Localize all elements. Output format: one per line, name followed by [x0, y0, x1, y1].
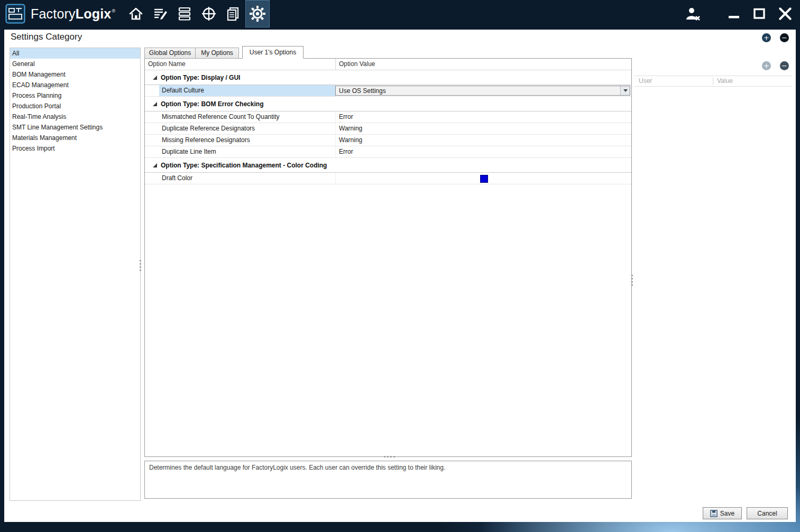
options-grid: Option Name Option Value Option Type: Di… — [144, 58, 632, 457]
option-row-draft-color[interactable]: Draft Color — [145, 173, 631, 184]
user-values-header: User Value — [635, 76, 792, 87]
cancel-button-label: Cancel — [757, 510, 777, 517]
option-value: Error — [339, 146, 353, 157]
options-tabs: Global Options My Options User 1's Optio… — [144, 46, 304, 59]
group-specification-management-color-coding[interactable]: Option Type: Specification Management - … — [145, 158, 631, 173]
option-name: Mismatched Reference Count To Quantity — [159, 111, 335, 123]
save-button-label: Save — [720, 510, 734, 517]
group-title: Option Type: Display / GUI — [161, 74, 240, 81]
sidebar-item-all[interactable]: All — [10, 48, 140, 59]
documents-button[interactable] — [221, 0, 245, 27]
option-row-duplicate-reference-designators[interactable]: Duplicate Reference Designators Warning — [145, 123, 631, 135]
options-grid-header: Option Name Option Value — [145, 59, 631, 70]
option-name: Default Culture — [159, 85, 335, 96]
add-button-top[interactable]: + — [762, 33, 771, 42]
option-value: Warning — [339, 135, 362, 146]
sidebar-item-smt-line-management-settings[interactable]: SMT Line Management Settings — [10, 122, 140, 133]
remove-user-value-button[interactable]: − — [780, 61, 789, 70]
dropdown-selected-value: Use OS Settings — [336, 87, 620, 95]
settings-button[interactable] — [245, 0, 270, 27]
group-title: Option Type: BOM Error Checking — [161, 100, 263, 108]
app-logo-icon — [5, 4, 25, 24]
option-value: Warning — [339, 123, 362, 134]
option-value: Error — [339, 111, 353, 123]
chevron-down-icon[interactable] — [620, 86, 630, 95]
app-window: FactoryLogix® — [0, 0, 800, 532]
app-title: FactoryLogix® — [31, 6, 115, 22]
add-user-value-button[interactable]: + — [762, 61, 771, 70]
main-content: Settings Category + − All General BOM Ma… — [4, 30, 796, 522]
user-logout-icon — [685, 6, 701, 22]
settings-category-list: All General BOM Management ECAD Manageme… — [10, 48, 141, 501]
option-name: Missing Reference Designators — [159, 135, 335, 146]
sidebar-item-process-planning[interactable]: Process Planning — [10, 90, 140, 101]
left-splitter[interactable] — [140, 260, 141, 271]
column-header-option-name: Option Name — [148, 59, 186, 70]
group-display-gui[interactable]: Option Type: Display / GUI — [145, 70, 631, 85]
home-button[interactable] — [124, 0, 148, 27]
npi-editor-button[interactable] — [148, 0, 172, 27]
sidebar-item-materials-management[interactable]: Materials Management — [10, 133, 140, 143]
main-toolbar — [124, 0, 270, 27]
right-splitter[interactable] — [631, 275, 633, 286]
draft-color-swatch[interactable] — [480, 175, 488, 183]
tab-user1-options[interactable]: User 1's Options — [242, 46, 304, 59]
default-culture-dropdown[interactable]: Use OS Settings — [335, 86, 630, 96]
window-controls — [685, 6, 800, 22]
group-title: Option Type: Specification Management - … — [161, 162, 327, 169]
production-icon — [201, 6, 217, 22]
materials-icon — [177, 6, 192, 22]
horizontal-splitter[interactable] — [384, 456, 395, 458]
option-name: Draft Color — [159, 173, 335, 184]
settings-category-title: Settings Category — [11, 32, 82, 42]
close-button[interactable] — [778, 6, 793, 21]
settings-gear-icon — [249, 5, 266, 22]
option-name: Duplicate Reference Designators — [159, 123, 335, 134]
materials-button[interactable] — [172, 0, 197, 27]
sidebar-item-process-import[interactable]: Process Import — [10, 143, 140, 154]
sidebar-item-ecad-management[interactable]: ECAD Management — [10, 80, 140, 90]
option-row-missing-reference-designators[interactable]: Missing Reference Designators Warning — [145, 135, 631, 146]
home-icon — [128, 6, 144, 22]
sidebar-item-real-time-analysis[interactable]: Real-Time Analysis — [10, 111, 140, 122]
maximize-icon — [752, 7, 766, 21]
documents-icon — [225, 6, 241, 22]
option-description: Determines the default language for Fact… — [144, 461, 632, 499]
titlebar: FactoryLogix® — [0, 0, 800, 27]
maximize-button[interactable] — [752, 7, 766, 21]
logout-user-button[interactable] — [685, 6, 701, 22]
column-header-user: User — [639, 76, 652, 86]
group-expander-icon[interactable] — [153, 163, 157, 167]
option-row-duplicate-line-item[interactable]: Duplicate Line Item Error — [145, 146, 631, 158]
production-button[interactable] — [197, 0, 221, 27]
column-header-option-value: Option Value — [339, 59, 375, 70]
remove-button-top[interactable]: − — [780, 33, 789, 42]
tab-global-options[interactable]: Global Options — [144, 48, 196, 59]
sidebar-item-bom-management[interactable]: BOM Management — [10, 69, 140, 80]
cancel-button[interactable]: Cancel — [747, 507, 788, 519]
option-row-mismatched-reference-count[interactable]: Mismatched Reference Count To Quantity E… — [145, 111, 631, 123]
option-row-default-culture[interactable]: Default Culture Use OS Settings — [145, 85, 631, 97]
sidebar-item-production-portal[interactable]: Production Portal — [10, 101, 140, 111]
close-icon — [778, 6, 793, 21]
option-name: Duplicate Line Item — [159, 146, 335, 157]
npi-editor-icon — [152, 6, 168, 22]
save-icon — [710, 510, 718, 517]
column-header-value: Value — [717, 76, 733, 86]
group-expander-icon[interactable] — [153, 102, 157, 106]
group-expander-icon[interactable] — [153, 76, 157, 80]
tab-my-options[interactable]: My Options — [196, 48, 239, 59]
group-bom-error-checking[interactable]: Option Type: BOM Error Checking — [145, 97, 631, 111]
minimize-button[interactable] — [727, 7, 741, 21]
minimize-icon — [727, 7, 741, 21]
sidebar-item-general[interactable]: General — [10, 59, 140, 69]
save-button[interactable]: Save — [703, 507, 742, 519]
